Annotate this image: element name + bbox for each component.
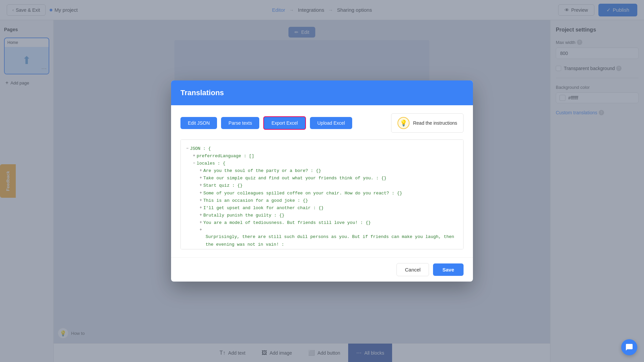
json-content: Brutally punish the guilty : {} bbox=[203, 212, 284, 219]
json-line: + Take our simple quiz and find out what… bbox=[186, 175, 458, 182]
json-content: locales : { bbox=[197, 160, 225, 167]
json-content: { bbox=[206, 248, 208, 249]
instructions-button[interactable]: 💡 Read the instructions bbox=[391, 113, 464, 133]
json-toggle[interactable]: + bbox=[200, 167, 202, 174]
modal-footer: Cancel Save bbox=[171, 257, 473, 282]
json-line: + Start quiz : {} bbox=[186, 182, 458, 189]
json-content: the evening was not in vain! : bbox=[206, 241, 284, 248]
translations-modal: Translations Edit JSON Parse texts Expor… bbox=[171, 80, 473, 282]
export-excel-button[interactable]: Export Excel bbox=[263, 116, 306, 130]
json-toggle[interactable]: + bbox=[200, 190, 202, 196]
json-toggle[interactable]: − bbox=[186, 145, 189, 152]
parse-texts-button[interactable]: Parse texts bbox=[221, 117, 259, 129]
json-line: + Some of your colleagues spilled coffee… bbox=[186, 190, 458, 197]
modal-header: Translations bbox=[171, 80, 473, 105]
json-content: Surprisingly, there are still such dull … bbox=[206, 233, 454, 241]
json-line: + I'll get upset and look for another ch… bbox=[186, 204, 458, 212]
chat-icon bbox=[625, 343, 633, 351]
json-line: + preferredLanguage : [] bbox=[186, 153, 458, 160]
chat-bubble[interactable] bbox=[621, 339, 637, 355]
json-content: You are a model of tediousness. But frie… bbox=[203, 219, 371, 227]
json-line: − locales : { bbox=[186, 160, 458, 167]
modal-title: Translations bbox=[180, 88, 464, 97]
json-toggle[interactable]: + bbox=[200, 182, 202, 189]
instructions-label: Read the instructions bbox=[413, 120, 457, 126]
json-content: Some of your colleagues spilled coffee o… bbox=[203, 190, 402, 197]
json-content: This is an occasion for a good joke : {} bbox=[203, 197, 308, 204]
bulb-instr-icon: 💡 bbox=[397, 117, 410, 129]
upload-excel-button[interactable]: Upload Excel bbox=[310, 117, 353, 129]
json-toggle[interactable]: + bbox=[200, 175, 202, 181]
edit-json-button[interactable]: Edit JSON bbox=[180, 117, 217, 129]
json-content: preferredLanguage : [] bbox=[197, 153, 254, 160]
modal-actions: Edit JSON Parse texts Export Excel Uploa… bbox=[180, 113, 464, 133]
json-line: the evening was not in vain! : bbox=[186, 241, 458, 248]
json-content: Start quiz : {} bbox=[203, 182, 243, 189]
json-toggle[interactable]: + bbox=[200, 212, 202, 219]
modal-body: Edit JSON Parse texts Export Excel Uploa… bbox=[171, 105, 473, 257]
json-content: Take our simple quiz and find out what y… bbox=[203, 175, 386, 182]
json-content: Are you the soul of the party or a bore?… bbox=[203, 167, 321, 175]
json-content: JSON : { bbox=[190, 145, 211, 153]
json-toggle[interactable]: + bbox=[193, 153, 195, 159]
json-toggle[interactable]: + bbox=[200, 197, 202, 204]
json-line: + This is an occasion for a good joke : … bbox=[186, 197, 458, 204]
cancel-button[interactable]: Cancel bbox=[396, 263, 429, 276]
json-line: + bbox=[186, 227, 458, 233]
json-line: + Are you the soul of the party or a bor… bbox=[186, 167, 458, 175]
json-line: + Brutally punish the guilty : {} bbox=[186, 212, 458, 219]
modal-overlay: Translations Edit JSON Parse texts Expor… bbox=[0, 0, 644, 362]
json-line: { bbox=[186, 248, 458, 249]
json-content: I'll get upset and look for another chai… bbox=[203, 204, 324, 212]
json-toggle[interactable]: + bbox=[200, 204, 202, 211]
json-toggle[interactable]: + bbox=[200, 219, 202, 226]
save-button[interactable]: Save bbox=[433, 263, 464, 276]
json-line: Surprisingly, there are still such dull … bbox=[186, 233, 458, 241]
json-toggle[interactable]: + bbox=[200, 227, 202, 233]
json-line: + You are a model of tediousness. But fr… bbox=[186, 219, 458, 227]
json-viewer[interactable]: − JSON : {+ preferredLanguage : []− loca… bbox=[180, 139, 464, 249]
json-toggle[interactable]: − bbox=[193, 160, 195, 167]
json-line: − JSON : { bbox=[186, 145, 458, 153]
